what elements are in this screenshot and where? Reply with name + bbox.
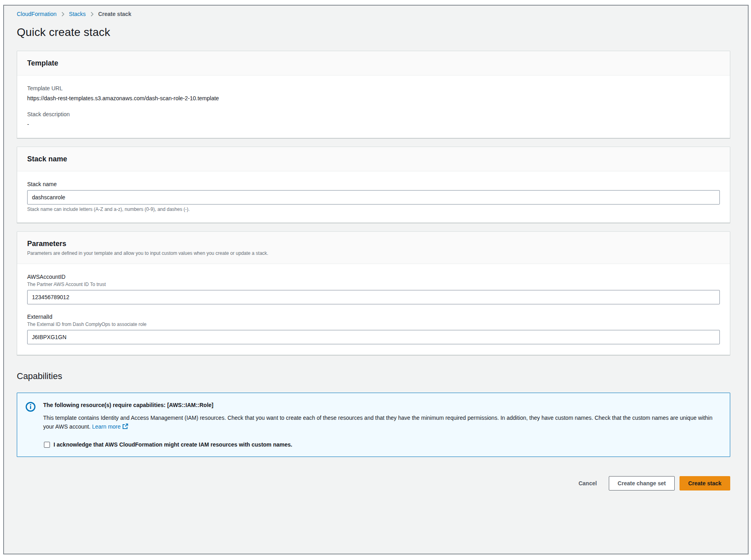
chevron-right-icon [60,12,66,17]
parameter-externalid-description: The External ID from Dash ComplyOps to a… [27,322,720,327]
action-bar: Cancel Create change set Create stack [17,476,730,490]
parameters-section: Parameters Parameters are defined in you… [17,231,730,355]
capabilities-title: Capabilities [17,371,730,381]
template-url-group: Template URL https://dash-rest-templates… [27,85,720,101]
acknowledge-row: I acknowledge that AWS CloudFormation mi… [43,441,721,448]
create-stack-button[interactable]: Create stack [679,476,730,490]
alert-heading: The following resource(s) require capabi… [43,401,721,408]
cancel-button[interactable]: Cancel [577,477,598,490]
template-section-title: Template [27,59,720,68]
parameter-awsaccountid-label: AWSAccountID [27,274,720,280]
parameters-section-description: Parameters are defined in your template … [27,250,720,256]
stack-name-section: Stack name Stack name Stack name can inc… [17,147,730,223]
chevron-right-icon [89,12,95,17]
stack-name-section-title: Stack name [27,155,720,163]
external-link-icon [122,424,128,431]
template-url-value: https://dash-rest-templates.s3.amazonaws… [27,95,720,101]
template-url-label: Template URL [27,85,720,91]
acknowledge-label: I acknowledge that AWS CloudFormation mi… [54,441,292,448]
stack-name-label: Stack name [27,181,720,187]
parameters-section-body: AWSAccountID The Partner AWS Account ID … [17,264,730,355]
parameter-awsaccountid: AWSAccountID The Partner AWS Account ID … [27,274,720,304]
parameters-section-header: Parameters Parameters are defined in you… [17,232,730,264]
alert-body: This template contains Identity and Acce… [43,413,721,432]
template-section: Template Template URL https://dash-rest-… [17,51,730,138]
parameter-externalid: ExternalId The External ID from Dash Com… [27,314,720,344]
acknowledge-checkbox[interactable] [44,442,50,448]
stack-description-group: Stack description - [27,111,720,127]
alert-content: The following resource(s) require capabi… [43,401,721,448]
breadcrumb-current: Create stack [98,11,131,17]
parameter-externalid-input[interactable] [27,330,720,344]
parameter-awsaccountid-input[interactable] [27,290,720,304]
page-title: Quick create stack [17,26,730,39]
breadcrumb-link-stacks[interactable]: Stacks [69,11,86,17]
parameters-section-title: Parameters [27,240,720,248]
stack-name-input[interactable] [27,190,720,205]
create-change-set-button[interactable]: Create change set [609,476,675,490]
stack-name-section-header: Stack name [17,147,730,171]
page-frame: CloudFormation Stacks Create stack Quick… [3,5,749,554]
template-section-body: Template URL https://dash-rest-templates… [17,75,730,138]
alert-body-text: This template contains Identity and Acce… [43,415,712,430]
breadcrumb: CloudFormation Stacks Create stack [17,11,730,17]
capabilities-info-alert: The following resource(s) require capabi… [17,393,730,457]
parameter-externalid-label: ExternalId [27,314,720,320]
stack-name-constraint: Stack name can include letters (A-Z and … [27,207,720,212]
stack-description-value: - [27,121,720,127]
template-section-header: Template [17,51,730,75]
info-icon [25,401,36,414]
breadcrumb-link-cloudformation[interactable]: CloudFormation [17,11,57,17]
parameter-awsaccountid-description: The Partner AWS Account ID To trust [27,282,720,287]
stack-name-section-body: Stack name Stack name can include letter… [17,171,730,222]
stack-description-label: Stack description [27,111,720,117]
learn-more-link[interactable]: Learn more [92,423,121,430]
